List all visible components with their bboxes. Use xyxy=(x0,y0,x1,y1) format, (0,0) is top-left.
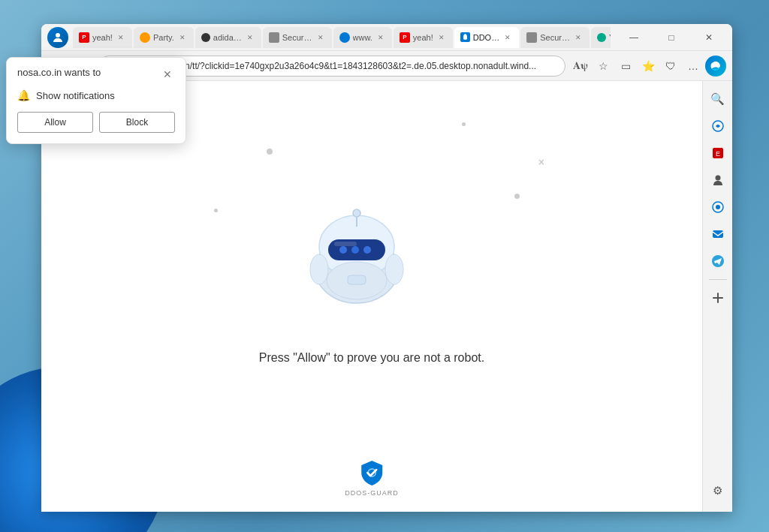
read-aloud-icon[interactable]: 𝐀𝛙 xyxy=(570,56,591,77)
tab-3-label: adida… xyxy=(213,33,242,42)
popup-permission-text: Show notifications xyxy=(36,90,115,101)
window-controls: — □ ✕ xyxy=(617,26,726,50)
tab-6-label: yeah! xyxy=(413,33,433,42)
tab-3[interactable]: adida… ✕ xyxy=(195,27,261,48)
sidebar-extensions-icon[interactable]: E xyxy=(706,141,730,165)
split-screen-icon[interactable]: ▭ xyxy=(615,56,636,77)
tab-6-favicon: P xyxy=(400,32,410,43)
tab-6-close[interactable]: ✕ xyxy=(436,32,447,43)
content-area: × xyxy=(41,81,732,512)
browser-essentials-icon[interactable]: 🛡 xyxy=(660,56,681,77)
tab-5-favicon xyxy=(339,32,350,43)
more-tools-icon[interactable]: … xyxy=(683,56,704,77)
svg-rect-11 xyxy=(348,275,366,284)
tab-4-favicon xyxy=(269,32,279,43)
tab-2-label: Party. xyxy=(153,33,174,42)
svg-rect-21 xyxy=(713,230,723,238)
tab-5-close[interactable]: ✕ xyxy=(375,32,386,43)
tab-4[interactable]: Secur… ✕ xyxy=(263,27,332,48)
ddos-guard-text: DDOS-GUARD xyxy=(345,489,399,497)
tab-1[interactable]: P yeah! ✕ xyxy=(73,27,132,48)
tab-7-close[interactable]: ✕ xyxy=(502,32,513,43)
tab-8-close[interactable]: ✕ xyxy=(573,32,584,43)
popup-buttons: Allow Block xyxy=(17,112,175,133)
svg-point-0 xyxy=(56,33,60,38)
right-sidebar: 🔍 E xyxy=(702,81,732,512)
tab-2-favicon xyxy=(140,32,150,43)
page-content: × xyxy=(41,81,702,512)
sidebar-copilot-icon[interactable] xyxy=(706,114,730,138)
block-button[interactable]: Block xyxy=(99,112,175,133)
minimize-button[interactable]: — xyxy=(617,26,651,50)
svg-text:E: E xyxy=(715,150,719,158)
svg-point-4 xyxy=(339,246,347,254)
tab-9[interactable]: YouS… ✕ xyxy=(591,27,611,48)
title-bar: P yeah! ✕ Party. ✕ adida… ✕ Secur… ✕ xyxy=(41,24,732,51)
dot-4: × xyxy=(538,156,544,168)
tab-1-close[interactable]: ✕ xyxy=(116,32,126,43)
tab-8-label: Secur… xyxy=(540,33,570,42)
favorites-icon[interactable]: ☆ xyxy=(593,56,614,77)
svg-point-6 xyxy=(363,246,371,254)
tab-5[interactable]: www. ✕ xyxy=(333,27,392,48)
sidebar-settings-icon[interactable] xyxy=(706,195,730,219)
ddos-guard-logo: DDOS-GUARD xyxy=(345,459,399,497)
close-button[interactable]: ✕ xyxy=(692,26,726,50)
tab-6[interactable]: P yeah! ✕ xyxy=(394,27,453,48)
maximize-button[interactable]: □ xyxy=(654,26,689,50)
sidebar-divider xyxy=(709,279,727,280)
svg-rect-7 xyxy=(334,242,357,246)
tab-9-favicon xyxy=(597,33,606,42)
sidebar-gear-icon[interactable]: ⚙ xyxy=(706,479,730,503)
ddos-guard-icon xyxy=(358,459,385,486)
sidebar-telegram-icon[interactable] xyxy=(706,249,730,273)
page-caption: Press "Allow" to prove you are not a rob… xyxy=(259,351,484,365)
robot-scene xyxy=(297,198,447,333)
tab-7-label: DDO… xyxy=(473,33,499,42)
tab-8[interactable]: Secur… ✕ xyxy=(520,27,590,48)
address-text: https://nosa.co.in/tt/?clickid=1e740gxp2… xyxy=(122,61,557,71)
popup-close-button[interactable]: ✕ xyxy=(160,67,175,82)
popup-header: nosa.co.in wants to ✕ xyxy=(17,67,175,82)
bell-icon: 🔔 xyxy=(17,89,30,101)
popup-permission: 🔔 Show notifications xyxy=(17,89,175,101)
allow-button[interactable]: Allow xyxy=(17,112,93,133)
edge-logo xyxy=(705,56,726,77)
tab-1-favicon: P xyxy=(79,32,89,43)
sidebar-add-icon[interactable] xyxy=(706,286,730,310)
robot-illustration xyxy=(297,198,417,318)
sidebar-people-icon[interactable] xyxy=(706,168,730,192)
svg-point-18 xyxy=(715,176,720,181)
popup-title: nosa.co.in wants to xyxy=(17,67,101,78)
svg-point-10 xyxy=(385,254,403,284)
tab-8-favicon xyxy=(526,32,537,43)
sidebar-outlook-icon[interactable] xyxy=(706,222,730,246)
tab-9-label: YouS… xyxy=(609,33,611,42)
tab-2-close[interactable]: ✕ xyxy=(177,32,188,43)
svg-point-20 xyxy=(716,205,720,209)
notification-popup: nosa.co.in wants to ✕ 🔔 Show notificatio… xyxy=(6,57,186,144)
tab-3-close[interactable]: ✕ xyxy=(245,32,255,43)
robot-container: Press "Allow" to prove you are not a rob… xyxy=(259,198,484,365)
tab-7[interactable]: DDO… ✕ xyxy=(454,27,519,48)
toolbar-icons: 𝐀𝛙 ☆ ▭ ⭐ 🛡 … xyxy=(570,56,726,77)
tab-3-favicon xyxy=(201,33,210,42)
collections-icon[interactable]: ⭐ xyxy=(638,56,659,77)
tab-2[interactable]: Party. ✕ xyxy=(134,27,194,48)
tab-4-close[interactable]: ✕ xyxy=(315,32,326,43)
tab-bar: P yeah! ✕ Party. ✕ adida… ✕ Secur… ✕ xyxy=(73,27,611,48)
tab-5-label: www. xyxy=(353,33,372,42)
sidebar-search-icon[interactable]: 🔍 xyxy=(706,87,730,111)
tab-1-label: yeah! xyxy=(92,33,113,42)
svg-point-5 xyxy=(351,246,359,254)
svg-point-9 xyxy=(310,254,328,284)
profile-icon[interactable] xyxy=(47,27,68,48)
svg-point-13 xyxy=(353,209,360,217)
tab-7-favicon xyxy=(460,32,470,42)
tab-4-label: Secur… xyxy=(282,33,312,42)
